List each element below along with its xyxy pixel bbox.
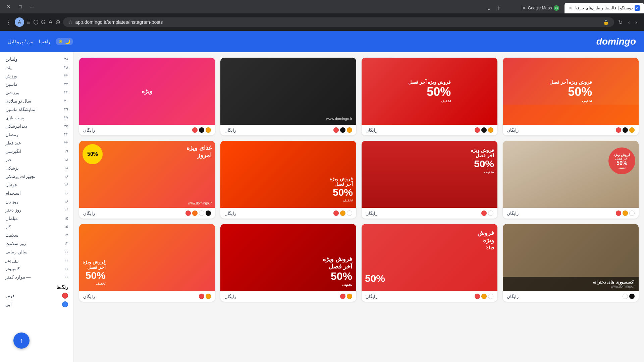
- app-logo[interactable]: domingo: [596, 36, 636, 47]
- swatch[interactable]: [475, 127, 480, 133]
- template-card[interactable]: فروش ویژه ویژه 50% رایگان: [362, 224, 497, 302]
- tab-close-domingo[interactable]: ✕: [569, 5, 573, 11]
- swatch[interactable]: [340, 294, 345, 299]
- sidebar-item[interactable]: ۱۱ سالن زیبایی: [0, 248, 73, 256]
- swatch[interactable]: [206, 127, 211, 133]
- swatch[interactable]: [616, 127, 621, 133]
- sidebar-item[interactable]: ۳۳ ورزش: [0, 72, 73, 80]
- sidebar-item[interactable]: ۱۶ استخدام: [0, 189, 73, 197]
- swatch[interactable]: [629, 210, 635, 216]
- template-card[interactable]: فروش ویژه آخر فصل 50% تخفیف رایگان: [220, 224, 356, 302]
- tab-close-maps[interactable]: ✕: [522, 5, 526, 11]
- swatch[interactable]: [623, 210, 628, 216]
- sidebar-item[interactable]: ۳۸ ولنتاین: [0, 55, 73, 63]
- sidebar-item[interactable]: ۱۳ روز سلامت: [0, 239, 73, 248]
- sidebar-item[interactable]: ۳۸ یلدا: [0, 63, 73, 72]
- template-card[interactable]: فروش ویژه آخر فصل 50% تخفیف رایگان: [503, 58, 639, 135]
- template-card[interactable]: فروش ویژه آخر فصل 50% تخفیف رایگان: [503, 141, 639, 219]
- profile-button[interactable]: من / پروفایل: [8, 39, 34, 44]
- swatch[interactable]: [199, 127, 204, 133]
- template-card[interactable]: غذای ویژه امروز 50% www.domingo.ir: [79, 141, 215, 219]
- swatch[interactable]: [623, 294, 628, 299]
- reload-button[interactable]: ↻: [617, 18, 624, 27]
- swatch[interactable]: [481, 210, 487, 216]
- template-card[interactable]: فروش ویژه آخر فصل 50% تخفیف رایگان: [220, 141, 356, 219]
- new-tab-button[interactable]: +: [494, 3, 503, 13]
- swatch[interactable]: [185, 210, 191, 216]
- swatch[interactable]: [192, 127, 198, 133]
- sidebar-item[interactable]: ۳۳ ماشین: [0, 80, 73, 88]
- swatch[interactable]: [333, 210, 339, 216]
- back-button[interactable]: ‹: [634, 17, 639, 27]
- sidebar-item[interactable]: ۳۳ ورزشی: [0, 88, 73, 97]
- bookmark-icon[interactable]: ☆: [68, 19, 73, 25]
- sidebar-item[interactable]: ۲۳ عید فطر: [0, 139, 73, 147]
- profile-avatar[interactable]: A: [15, 17, 24, 27]
- swatch[interactable]: [623, 127, 628, 133]
- swatch[interactable]: [206, 210, 211, 216]
- extensions-icon[interactable]: ⬡: [33, 18, 39, 26]
- swatch[interactable]: [629, 294, 635, 299]
- template-card[interactable]: www.domingo.ir رایگان: [220, 58, 356, 135]
- sidebar-item[interactable]: ۱۸ پزشکی: [0, 164, 73, 172]
- sidebar-item[interactable]: ۱۶ روز زن: [0, 197, 73, 206]
- template-card[interactable]: اکسسوری های دخترانه www.domingo.ir رایگا…: [503, 224, 639, 302]
- sidebar-item[interactable]: ۳۰ سال نو میلادی: [0, 97, 73, 105]
- swatch[interactable]: [629, 127, 635, 133]
- minimize-button[interactable]: —: [25, 0, 38, 13]
- color-dot-red[interactable]: [62, 293, 68, 299]
- swatch[interactable]: [488, 127, 493, 133]
- swatch[interactable]: [475, 294, 480, 299]
- tab-overflow-button[interactable]: ⌄: [484, 5, 494, 11]
- swatch[interactable]: [340, 127, 345, 133]
- sidebar-item[interactable]: ۱۱ کامپیوتر: [0, 264, 73, 273]
- dark-mode-toggle[interactable]: 🌙 ☀: [56, 38, 73, 45]
- swatch[interactable]: [199, 210, 204, 216]
- sidebar-item[interactable]: ۱۹ انگیزشی: [0, 147, 73, 156]
- sidebar-item[interactable]: ۱۵ مبلمان: [0, 214, 73, 223]
- forward-button[interactable]: ›: [627, 17, 631, 27]
- color-dot-blue[interactable]: [62, 301, 68, 307]
- guide-button[interactable]: راهنما: [39, 39, 50, 44]
- sidebar-item[interactable]: ۲۹ نمایشگاه ماشین: [0, 105, 73, 114]
- sidebar-item[interactable]: ۲۳ رمضان: [0, 130, 73, 139]
- profile-icon[interactable]: ≡: [27, 19, 31, 26]
- swatch[interactable]: [488, 294, 493, 299]
- swatch[interactable]: [347, 127, 352, 133]
- sidebar-item[interactable]: ۱۴ سلامت: [0, 231, 73, 239]
- swatch[interactable]: [488, 210, 493, 216]
- swatch[interactable]: [347, 210, 352, 216]
- swatch[interactable]: [192, 210, 198, 216]
- swatch[interactable]: [199, 294, 204, 299]
- address-bar[interactable]: 🔒 app.domingo.ir/templates/instagram-pos…: [63, 17, 614, 27]
- swatch[interactable]: [206, 294, 211, 299]
- template-card[interactable]: ویژه رایگان: [79, 58, 215, 135]
- close-button[interactable]: ✕: [3, 0, 15, 13]
- swatch[interactable]: [333, 127, 339, 133]
- scroll-to-top-button[interactable]: ↑: [13, 333, 30, 349]
- sidebar-item[interactable]: ۲۷ پست بازی: [0, 114, 73, 122]
- sidebar-item[interactable]: ۱۶ تجهیزات پزشکی: [0, 172, 73, 181]
- maximize-button[interactable]: □: [15, 0, 25, 13]
- sidebar-item[interactable]: ۲۵ دندانپزشکی: [0, 122, 73, 130]
- sidebar-item[interactable]: ۱۶ فوتبال: [0, 181, 73, 189]
- sidebar-item[interactable]: ۱۶ روز دختر: [0, 206, 73, 214]
- swatch[interactable]: [616, 210, 621, 216]
- translate-icon[interactable]: A: [49, 19, 53, 26]
- google-icon[interactable]: G: [41, 19, 46, 26]
- sidebar-item[interactable]: ۱۵ کار: [0, 223, 73, 231]
- swatch[interactable]: [481, 127, 487, 133]
- template-card[interactable]: فروش ویژه آخر فصل 50% تخفیف رایگان: [362, 141, 497, 219]
- more-button[interactable]: ⋮: [5, 18, 12, 26]
- swatch[interactable]: [340, 210, 345, 216]
- swatch[interactable]: [347, 294, 352, 299]
- tab-active[interactable]: d دومینگو | قالب‌ها و طرح‌های حرفه‌ا ✕: [565, 3, 644, 13]
- sidebar-item[interactable]: ۱۱ روز پدر: [0, 256, 73, 264]
- swatch[interactable]: [481, 294, 487, 299]
- sidebar-item-less[interactable]: ۱۱ — موارد کمتر: [0, 273, 73, 281]
- cast-icon[interactable]: ⊕: [55, 18, 60, 26]
- sidebar-item[interactable]: ۱۸ خبر: [0, 156, 73, 164]
- tab-maps[interactable]: G Google Maps ✕: [503, 3, 563, 13]
- template-card[interactable]: فروش ویژه آخر فصل 50% تخفیف رایگان: [362, 58, 497, 135]
- template-card[interactable]: فروش ویژه آخر فصل 50% تخفیف رایگان: [79, 224, 215, 302]
